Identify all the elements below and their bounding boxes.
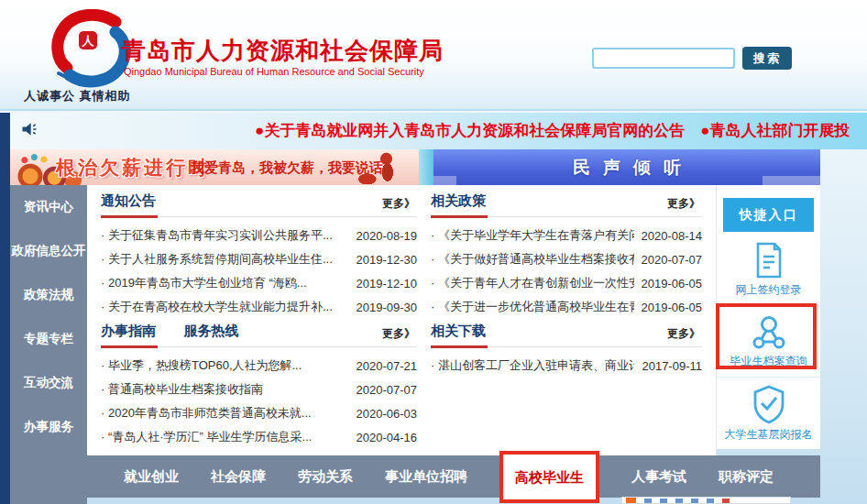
document-icon [752, 241, 786, 279]
sidebar-item-news[interactable]: 资讯中心 [10, 185, 87, 229]
nav-item-labor-relations[interactable]: 劳动关系 [298, 468, 353, 486]
tab-service-guide[interactable]: 办事指南 [101, 323, 156, 340]
item-date: 2020-07-07 [642, 253, 703, 267]
voice-listening-banner[interactable]: 民声倾听 [434, 149, 820, 185]
nav-item-graduates[interactable]: 高校毕业生 [499, 451, 599, 503]
quick-entry-label: 网上签约登录 [736, 282, 802, 298]
nav-item-title-eval[interactable]: 职称评定 [719, 468, 774, 486]
logo-seal-char: 人 [82, 34, 95, 48]
search-button[interactable]: 搜索 [742, 47, 792, 70]
banner-seam [419, 149, 434, 185]
silhouette-art [355, 150, 397, 184]
quick-entry-panel: 快捷入口 网上签约登录 毕业生档案查询 [717, 185, 820, 449]
active-underline [431, 345, 488, 348]
shield-check-icon [751, 384, 787, 424]
item-date: 2017-09-11 [642, 359, 702, 373]
tab-service-hotline[interactable]: 服务热线 [183, 323, 238, 340]
item-date: 2019-06-05 [642, 277, 703, 290]
bottom-nav: 就业创业 社会保障 劳动关系 事业单位招聘 高校毕业生 人事考试 职称评定 [10, 455, 820, 498]
notices-section: 通知公告 更多》 · 关于征集青岛市青年实习实训公共服务平... 2020-08… [101, 192, 417, 319]
org-name-cn: 青岛市人力资源和社会保障局 [122, 35, 444, 67]
quick-entry-header: 快捷入口 [723, 198, 814, 232]
quick-entry-label: 大学生基层岗报名 [725, 427, 813, 443]
notices-more-link[interactable]: 更多》 [382, 196, 415, 212]
nav-item-institution-recruit[interactable]: 事业单位招聘 [385, 468, 467, 486]
item-date: 2020-07-21 [357, 359, 418, 373]
browser-widget-partial [621, 497, 791, 504]
sidebar-item-gov-info[interactable]: 政府信息公开 [10, 229, 87, 273]
campaign-title: 根治欠薪进行时 [56, 155, 210, 181]
downloads-more-link[interactable]: 更多》 [667, 326, 700, 342]
policies-title: 相关政策 [431, 192, 486, 210]
list-item[interactable]: · 《关于做好普通高校毕业生档案接收有关... 2020-07-07 [431, 247, 702, 271]
list-item[interactable]: · “青岛人社·学历汇” 毕业生学历信息采... 2020-04-16 [101, 425, 417, 449]
news-ticker: ●关于青岛就业网并入青岛市人力资源和社会保障局官网的公告 ●青岛人社部门开展投 [0, 113, 867, 149]
item-date: 2019-12-10 [357, 277, 418, 290]
policies-more-link[interactable]: 更多》 [667, 196, 700, 212]
active-underline [431, 215, 488, 218]
list-item[interactable]: · 2020年青岛市非师范类普通高校未就... 2020-06-03 [101, 401, 417, 425]
list-item[interactable]: · 关于人社服务系统暂停期间高校毕业生住... 2019-12-30 [101, 247, 417, 271]
page-root: 人 人诚事公 真情相助 青岛市人力资源和社会保障局 Qingdao Munici… [0, 0, 867, 504]
downloads-title: 相关下载 [431, 323, 486, 340]
sidebar-item-interact[interactable]: 互动交流 [10, 361, 87, 405]
widget-logo [626, 498, 636, 503]
sidebar-item-policy-law[interactable]: 政策法规 [10, 273, 87, 317]
downloads-section: 相关下载 更多》 · 湛山创客工厂企业入驻申请表、商业计划... 2017-09… [431, 323, 702, 378]
search-input[interactable] [592, 48, 735, 69]
main-content: 通知公告 更多》 · 关于征集青岛市青年实习实训公共服务平... 2020-08… [87, 185, 716, 455]
notices-title: 通知公告 [101, 192, 156, 210]
nav-item-social-security[interactable]: 社会保障 [211, 468, 266, 486]
sidebar-item-services[interactable]: 办事服务 [10, 405, 87, 449]
list-item[interactable]: · 普通高校毕业生档案接收指南 2020-07-07 [101, 378, 417, 401]
list-item[interactable]: · 《关于青年人才在青创新创业一次性安家... 2019-06-05 [431, 271, 702, 295]
active-underline [101, 215, 158, 218]
site-header: 人 人诚事公 真情相助 青岛市人力资源和社会保障局 Qingdao Munici… [0, 0, 867, 111]
list-item[interactable]: · 《关于进一步优化普通高校毕业生在青就... 2019-06-05 [431, 295, 702, 319]
item-date: 2019-12-30 [357, 253, 418, 267]
item-date: 2020-06-03 [357, 407, 418, 421]
nav-item-employment[interactable]: 就业创业 [124, 468, 179, 486]
list-item[interactable]: · 《关于毕业学年大学生在青落户有关问题... 2020-08-14 [431, 224, 702, 247]
share-nodes-icon [751, 314, 787, 351]
ticker-announcements[interactable]: ●关于青岛就业网并入青岛市人力资源和社会保障局官网的公告 ●青岛人社部门开展投 [255, 120, 867, 141]
sidebar-item-special[interactable]: 专题专栏 [10, 317, 87, 361]
list-item[interactable]: · 毕业季，热搜榜TOP60,人社为您解... 2020-07-21 [101, 354, 417, 378]
wage-campaign-banner[interactable]: 根治欠薪进行时 我爱青岛，我被欠薪，我要说话 [10, 149, 419, 185]
quick-entry-archive-search[interactable]: 毕业生档案查询 [717, 305, 820, 377]
list-item[interactable]: · 关于在青高校在校大学生就业能力提升补... 2019-09-30 [101, 295, 417, 319]
quick-entry-grassroots-signup[interactable]: 大学生基层岗报名 [717, 377, 820, 448]
item-date: 2019-09-30 [357, 301, 418, 314]
item-date: 2019-06-05 [642, 301, 703, 314]
item-date: 2020-08-14 [642, 229, 703, 243]
item-date: 2020-07-07 [357, 383, 418, 397]
guides-section: 办事指南 服务热线 更多》 · 毕业季，热搜榜TOP60,人社为您解... 20… [101, 323, 417, 449]
policies-section: 相关政策 更多》 · 《关于毕业学年大学生在青落户有关问题... 2020-08… [431, 192, 702, 319]
list-item[interactable]: · 关于征集青岛市青年实习实训公共服务平... 2020-08-19 [101, 224, 417, 247]
logo-motto: 人诚事公 真情相助 [24, 88, 161, 104]
speaker-icon [20, 120, 38, 138]
nav-item-personnel-exam[interactable]: 人事考试 [631, 468, 686, 486]
skyline-art [434, 176, 820, 185]
list-item[interactable]: · 湛山创客工厂企业入驻申请表、商业计划... 2017-09-11 [431, 354, 702, 378]
guides-more-link[interactable]: 更多》 [382, 326, 415, 342]
item-date: 2020-04-16 [357, 431, 418, 444]
active-tab-underline [101, 345, 158, 348]
item-date: 2020-08-19 [357, 229, 418, 243]
quick-entry-online-signing[interactable]: 网上签约登录 [717, 234, 820, 305]
list-item[interactable]: · 2019年青岛市大学生创业培育 “海鸥... 2019-12-10 [101, 271, 417, 295]
left-edge-strip [0, 113, 10, 504]
quick-entry-label: 毕业生档案查询 [730, 354, 807, 369]
org-name-en: Qingdao Municipal Bureau of Human Resour… [124, 66, 424, 77]
